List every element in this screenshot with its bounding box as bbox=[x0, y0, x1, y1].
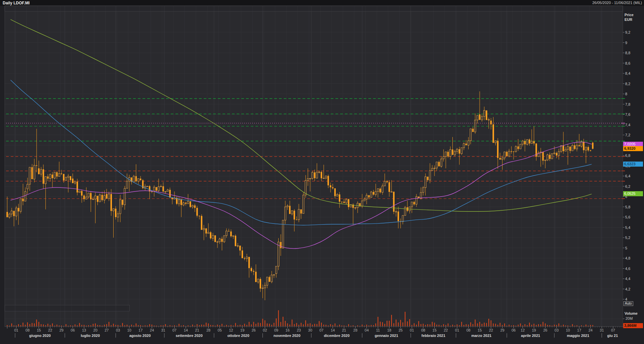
svg-text:gennaio 2021: gennaio 2021 bbox=[375, 334, 398, 338]
axis-badge-3866M: 3,866M bbox=[623, 323, 643, 328]
svg-text:08: 08 bbox=[26, 328, 30, 332]
svg-text:26: 26 bbox=[543, 328, 547, 332]
svg-text:23: 23 bbox=[297, 328, 301, 332]
svg-text:08: 08 bbox=[466, 328, 470, 332]
svg-text:29: 29 bbox=[500, 328, 504, 332]
svg-text:febbraio 2021: febbraio 2021 bbox=[421, 334, 445, 338]
svg-text:10: 10 bbox=[566, 328, 570, 332]
svg-text:24: 24 bbox=[589, 328, 593, 332]
svg-text:03: 03 bbox=[555, 328, 559, 332]
price-axis-title: Price bbox=[625, 13, 634, 17]
svg-text:29: 29 bbox=[59, 328, 64, 332]
svg-text:luglio 2020: luglio 2020 bbox=[81, 334, 100, 338]
svg-text:giugno 2020: giugno 2020 bbox=[29, 334, 51, 338]
svg-text:4,6: 4,6 bbox=[625, 267, 630, 271]
svg-text:01: 01 bbox=[14, 328, 18, 332]
svg-text:6,2: 6,2 bbox=[625, 184, 630, 188]
svg-text:01: 01 bbox=[455, 328, 459, 332]
svg-text:06: 06 bbox=[512, 328, 516, 332]
svg-text:4,2: 4,2 bbox=[625, 287, 630, 291]
svg-text:9: 9 bbox=[625, 41, 627, 45]
price-axis-currency: EUR bbox=[625, 18, 632, 22]
svg-text:ottobre 2020: ottobre 2020 bbox=[227, 334, 249, 338]
svg-text:12: 12 bbox=[521, 328, 525, 332]
svg-text:15: 15 bbox=[37, 328, 41, 332]
svg-text:8,6: 8,6 bbox=[625, 61, 630, 65]
svg-text:maggio 2021: maggio 2021 bbox=[567, 334, 589, 338]
price-axis: 9,298,88,68,48,287,87,67,47,276,86,66,46… bbox=[623, 30, 630, 319]
svg-text:aprile 2021: aprile 2021 bbox=[521, 334, 540, 338]
svg-text:dicembre 2020: dicembre 2020 bbox=[324, 334, 350, 338]
svg-text:26: 26 bbox=[251, 328, 255, 332]
svg-text:4,4: 4,4 bbox=[625, 277, 630, 281]
svg-text:8,4: 8,4 bbox=[625, 71, 630, 75]
svg-text:15: 15 bbox=[478, 328, 482, 332]
svg-text:7,2: 7,2 bbox=[625, 133, 630, 137]
svg-text:22: 22 bbox=[489, 328, 493, 332]
svg-text:07: 07 bbox=[319, 328, 323, 332]
svg-text:14: 14 bbox=[184, 328, 188, 332]
svg-text:5,8: 5,8 bbox=[625, 205, 630, 209]
svg-text:16: 16 bbox=[285, 328, 289, 332]
volume-pane-legend[interactable]: Vol; LDOF.MI; Trade Price; 25/05/2021; 3… bbox=[5, 305, 130, 311]
svg-text:8,2: 8,2 bbox=[625, 82, 630, 86]
svg-text:4: 4 bbox=[625, 297, 627, 301]
svg-text:03: 03 bbox=[116, 328, 120, 332]
volume-axis-tick: 20M bbox=[626, 316, 633, 320]
svg-text:13: 13 bbox=[82, 328, 86, 332]
svg-text:31: 31 bbox=[600, 328, 604, 332]
svg-text:11: 11 bbox=[376, 328, 380, 332]
svg-text:giu 21: giu 21 bbox=[607, 334, 618, 338]
svg-text:17: 17 bbox=[577, 328, 581, 332]
svg-text:25: 25 bbox=[399, 328, 403, 332]
axis-badge-69320: 6,9320 bbox=[623, 146, 643, 151]
svg-text:17: 17 bbox=[138, 328, 143, 332]
svg-text:marzo 2021: marzo 2021 bbox=[471, 334, 491, 338]
svg-text:7,4: 7,4 bbox=[625, 123, 630, 127]
svg-text:22: 22 bbox=[444, 328, 448, 332]
svg-text:7,8: 7,8 bbox=[625, 102, 630, 106]
svg-text:22: 22 bbox=[48, 328, 52, 332]
svg-text:09: 09 bbox=[274, 328, 278, 332]
svg-text:5,2: 5,2 bbox=[625, 236, 630, 240]
svg-text:19: 19 bbox=[240, 328, 244, 332]
svg-text:18: 18 bbox=[387, 328, 391, 332]
svg-text:24: 24 bbox=[150, 328, 154, 332]
svg-text:14: 14 bbox=[331, 328, 335, 332]
svg-text:06: 06 bbox=[71, 328, 75, 332]
svg-text:31: 31 bbox=[161, 328, 165, 332]
x-axis: 0108152229giugno 202006132027luglio 2020… bbox=[7, 326, 622, 338]
svg-text:07: 07 bbox=[611, 328, 615, 332]
svg-text:8,8: 8,8 bbox=[625, 51, 630, 55]
svg-text:19: 19 bbox=[532, 328, 536, 332]
svg-text:6,4: 6,4 bbox=[625, 174, 630, 178]
svg-text:01: 01 bbox=[410, 328, 414, 332]
svg-text:21: 21 bbox=[342, 328, 346, 332]
svg-text:20: 20 bbox=[93, 328, 97, 332]
svg-text:5,6: 5,6 bbox=[625, 215, 630, 219]
svg-text:28: 28 bbox=[353, 328, 357, 332]
price-pane-legend[interactable]: Cndl; LDOF.MI; Trade Price; 25/05/2021; … bbox=[5, 6, 623, 11]
svg-text:21: 21 bbox=[195, 328, 199, 332]
svg-text:9,2: 9,2 bbox=[625, 30, 630, 34]
svg-text:05: 05 bbox=[218, 328, 222, 332]
svg-text:12: 12 bbox=[229, 328, 233, 332]
svg-text:07: 07 bbox=[172, 328, 176, 332]
svg-text:agosto 2020: agosto 2020 bbox=[129, 334, 151, 338]
svg-text:28: 28 bbox=[206, 328, 210, 332]
axis-badge-66323: 6,6323 bbox=[623, 162, 643, 167]
svg-text:08: 08 bbox=[421, 328, 425, 332]
svg-text:5: 5 bbox=[625, 246, 627, 250]
svg-text:30: 30 bbox=[308, 328, 312, 332]
svg-text:15: 15 bbox=[433, 328, 437, 332]
svg-text:02: 02 bbox=[263, 328, 267, 332]
svg-text:novembre 2020: novembre 2020 bbox=[274, 334, 300, 338]
auto-scale-button[interactable]: Auto bbox=[623, 301, 633, 306]
svg-text:04: 04 bbox=[365, 328, 369, 332]
price-chart-canvas[interactable]: 0108152229giugno 202006132027luglio 2020… bbox=[0, 0, 644, 344]
volume-axis-title: Volume bbox=[625, 311, 638, 315]
svg-text:27: 27 bbox=[105, 328, 109, 332]
svg-text:10: 10 bbox=[127, 328, 131, 332]
chart-window: Daily LDOF.MI 26/05/2020 - 11/06/2021 (M… bbox=[0, 0, 644, 344]
svg-text:settembre 2020: settembre 2020 bbox=[176, 334, 203, 338]
